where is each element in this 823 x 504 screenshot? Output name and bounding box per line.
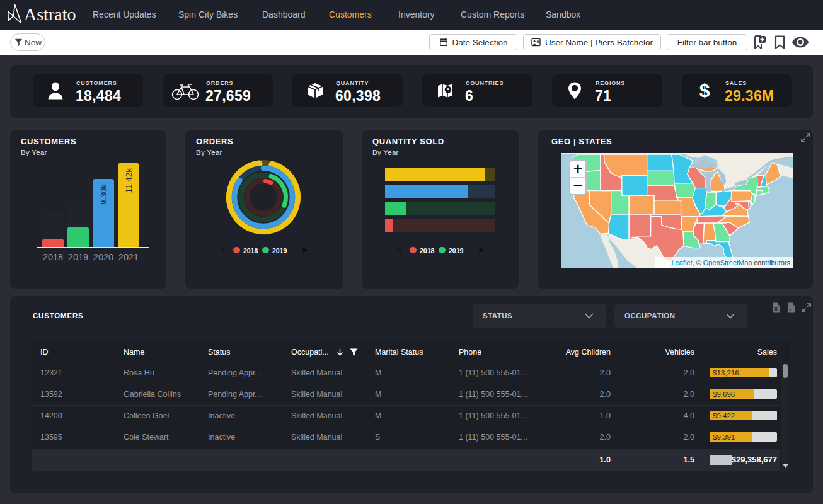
svg-text:,: ,	[790, 304, 791, 311]
svg-text:x: x	[774, 306, 778, 312]
svg-text:$: $	[699, 81, 710, 101]
